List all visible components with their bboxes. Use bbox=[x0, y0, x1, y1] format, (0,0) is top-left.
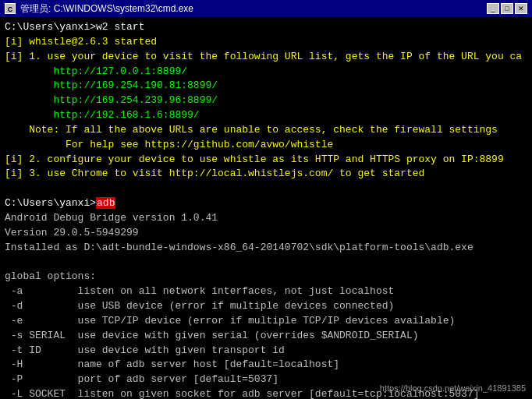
line-prompt: C:\Users\yanxi>adb bbox=[5, 196, 527, 211]
adb-highlight: adb bbox=[96, 197, 115, 209]
line-15: Installed as D:\adt-bundle-windows-x86_6… bbox=[5, 241, 527, 256]
line-17: global options: bbox=[5, 270, 527, 284]
line-16 bbox=[5, 256, 527, 270]
line-7: http://192.168.1.6:8899/ bbox=[5, 108, 527, 123]
close-button[interactable]: ✕ bbox=[515, 3, 527, 14]
line-13: Android Debug Bridge version 1.0.41 bbox=[5, 211, 527, 226]
line-11: [i] 3. use Chrome to visit http://local.… bbox=[5, 167, 527, 182]
watermark: https://blog.csdn.net/weixin_41891385 bbox=[380, 383, 526, 393]
line-1: C:\Users\yanxi>w2 start bbox=[5, 20, 527, 35]
title-bar-icon: C bbox=[5, 3, 16, 14]
line-18: -a listen on all network interfaces, not… bbox=[5, 284, 527, 299]
maximize-button[interactable]: □ bbox=[501, 3, 513, 14]
title-buttons: _ □ ✕ bbox=[487, 3, 527, 14]
line-19: -d use USB device (error if multiple dev… bbox=[5, 299, 527, 314]
line-20: -e use TCP/IP device (error if multiple … bbox=[5, 314, 527, 329]
minimize-button[interactable]: _ bbox=[487, 3, 499, 14]
title-text: 管理员: C:\WINDOWS\system32\cmd.exe bbox=[20, 2, 487, 16]
line-22: -t ID use device with given transport id bbox=[5, 344, 527, 358]
line-8: Note: If all the above URLs are unable t… bbox=[5, 123, 527, 138]
line-5: http://169.254.190.81:8899/ bbox=[5, 79, 527, 94]
line-6: http://169.254.239.96:8899/ bbox=[5, 94, 527, 108]
line-10: [i] 2. configure your device to use whis… bbox=[5, 153, 527, 168]
line-9: For help see https://github.com/avwo/whi… bbox=[5, 138, 527, 153]
line-2: [i] whistle@2.6.3 started bbox=[5, 35, 527, 50]
line-12 bbox=[5, 182, 527, 196]
terminal: C:\Users\yanxi>w2 start [i] whistle@2.6.… bbox=[0, 17, 532, 399]
line-21: -s SERIAL use device with given serial (… bbox=[5, 329, 527, 344]
line-23: -H name of adb server host [default=loca… bbox=[5, 358, 527, 373]
title-bar: C 管理员: C:\WINDOWS\system32\cmd.exe _ □ ✕ bbox=[0, 0, 532, 17]
line-3: [i] 1. use your device to visit the foll… bbox=[5, 50, 527, 65]
line-14: Version 29.0.5-5949299 bbox=[5, 226, 527, 241]
line-4: http://127.0.0.1:8899/ bbox=[5, 65, 527, 79]
